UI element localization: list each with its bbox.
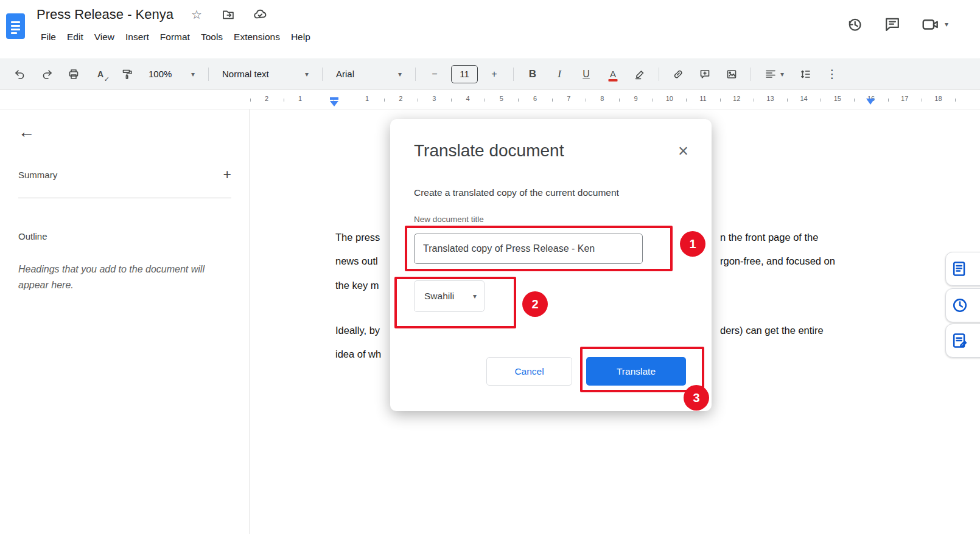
align-select[interactable]: ▾ (760, 64, 789, 85)
insert-link-button[interactable] (668, 64, 688, 85)
print-button[interactable] (63, 64, 84, 85)
text-color-button[interactable]: A (603, 64, 623, 85)
chevron-down-icon: ▾ (398, 71, 402, 78)
document-title[interactable]: Press Release - Kenya (37, 7, 173, 23)
side-panel-button-1[interactable] (945, 252, 980, 286)
right-indent-marker[interactable] (866, 99, 875, 105)
menu-item[interactable]: Help (285, 29, 316, 45)
font-value: Arial (336, 69, 354, 79)
toolbar-separator (322, 68, 323, 81)
menu-item[interactable]: Edit (61, 29, 89, 45)
chevron-down-icon: ▾ (305, 71, 309, 78)
comments-icon[interactable] (883, 15, 902, 34)
insert-image-button[interactable] (721, 64, 742, 85)
annotation-badge-1: 1 (680, 231, 705, 257)
first-line-indent-marker[interactable] (330, 97, 338, 100)
ruler-number: 2 (265, 95, 268, 102)
paint-format-button[interactable] (117, 64, 138, 85)
annotation-rect-2 (394, 277, 516, 328)
meet-button[interactable]: ▾ (920, 15, 948, 34)
align-left-icon (765, 68, 777, 80)
ruler-number: 2 (399, 95, 402, 102)
menu-item[interactable]: View (89, 29, 120, 45)
annotation-rect-1 (405, 226, 673, 271)
ruler-number: 14 (800, 95, 807, 102)
zoom-select[interactable]: 100% ▾ (144, 64, 200, 85)
ruler-number: 4 (466, 95, 470, 102)
ruler-number: 1 (365, 95, 369, 102)
font-size-input[interactable]: 11 (451, 65, 478, 83)
increase-font-size-button[interactable]: + (484, 64, 505, 85)
ruler-tick (888, 99, 889, 102)
check-icon: ✓ (104, 75, 110, 83)
star-icon[interactable]: ☆ (188, 6, 205, 23)
docs-logo-icon[interactable] (6, 13, 25, 39)
ruler-number: 9 (634, 95, 638, 102)
ruler-number: 5 (500, 95, 503, 102)
more-options-button[interactable]: ⋮ (822, 64, 842, 85)
paragraph-style-value: Normal text (222, 69, 269, 79)
chevron-down-icon: ▾ (191, 71, 195, 78)
toolbar-separator (415, 68, 416, 81)
font-select[interactable]: Arial ▾ (331, 64, 407, 85)
highlight-color-button[interactable] (629, 64, 650, 85)
ruler-tick (754, 99, 754, 102)
side-panel-button-3[interactable] (945, 324, 980, 358)
move-folder-icon[interactable] (220, 6, 237, 23)
back-arrow-icon[interactable]: ← (18, 124, 35, 140)
ruler-tick (418, 99, 418, 102)
toolbar-separator (208, 68, 209, 81)
sidebar-divider (18, 198, 231, 198)
ruler-number: 7 (567, 95, 570, 102)
ruler-number: 10 (666, 95, 673, 102)
summary-label: Summary (18, 170, 57, 180)
paragraph-style-select[interactable]: Normal text ▾ (217, 64, 313, 85)
italic-button[interactable]: I (549, 64, 570, 85)
video-camera-icon (920, 15, 940, 34)
menu-item[interactable]: Extensions (228, 29, 285, 45)
add-comment-button[interactable] (695, 64, 715, 85)
doc-text-fragment: n the front page of the (720, 232, 818, 243)
ruler-tick (451, 99, 452, 102)
cancel-button[interactable]: Cancel (486, 357, 572, 386)
doc-text-fragment: idea of wh (335, 348, 381, 360)
toolbar-separator (751, 68, 751, 81)
left-indent-marker[interactable] (330, 101, 338, 106)
menu-item[interactable]: File (35, 29, 61, 45)
cloud-status-icon[interactable] (251, 6, 268, 23)
bold-button[interactable]: B (522, 64, 543, 85)
ruler: 21123456789101112131415161718 (0, 90, 980, 109)
text-color-letter: A (610, 69, 616, 79)
undo-button[interactable] (10, 64, 30, 85)
outline-hint-text: Headings that you add to the document wi… (18, 262, 228, 293)
redo-button[interactable] (37, 64, 57, 85)
menu-item[interactable]: Tools (195, 29, 228, 45)
version-history-icon[interactable] (845, 15, 864, 34)
dialog-subtitle: Create a translated copy of the current … (414, 187, 619, 198)
toolbar-separator (659, 68, 659, 81)
ruler-tick (653, 99, 653, 102)
ruler-number: 11 (699, 95, 706, 102)
menu-bar: FileEditViewInsertFormatToolsExtensionsH… (35, 29, 316, 45)
text-color-swatch (609, 79, 618, 81)
ruler-tick (821, 99, 821, 102)
line-spacing-button[interactable] (795, 64, 816, 85)
side-panel-button-2[interactable] (945, 288, 980, 322)
annotation-badge-2: 2 (522, 291, 548, 317)
ruler-tick (586, 99, 586, 102)
decrease-font-size-button[interactable]: − (424, 64, 445, 85)
menu-item[interactable]: Format (155, 29, 195, 45)
outline-label: Outline (18, 231, 47, 241)
menu-item[interactable]: Insert (120, 29, 155, 45)
ruler-number: 1 (298, 95, 302, 102)
underline-button[interactable]: U (576, 64, 597, 85)
ruler-tick (686, 99, 687, 102)
ruler-number: 15 (834, 95, 841, 102)
spellcheck-button[interactable]: A ✓ (90, 64, 111, 85)
add-summary-button[interactable]: + (223, 168, 231, 182)
ruler-tick (284, 99, 284, 102)
annotation-rect-3 (580, 347, 704, 392)
close-icon[interactable]: × (678, 142, 688, 160)
ruler-number: 13 (766, 95, 774, 102)
ruler-tick (922, 99, 922, 102)
